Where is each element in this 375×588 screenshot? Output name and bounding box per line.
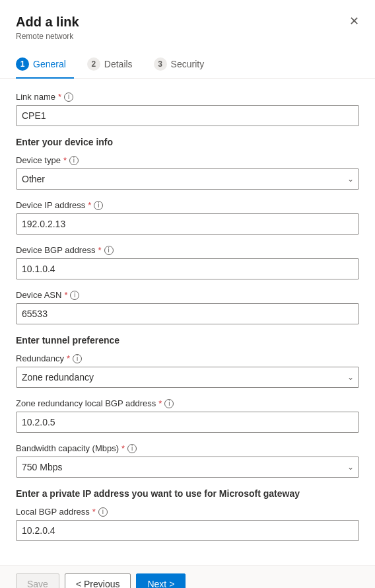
device-asn-required: *: [64, 290, 67, 300]
zone-bgp-input[interactable]: [16, 412, 359, 433]
device-type-select[interactable]: Other Cisco Palo Alto Juniper Fortinet: [16, 168, 359, 190]
tab-security[interactable]: 3 Security: [154, 52, 213, 79]
device-asn-info-icon[interactable]: i: [70, 291, 79, 300]
device-bgp-label: Device BGP address * i: [16, 245, 359, 255]
tab-security-number: 3: [154, 57, 167, 71]
device-asn-label: Device ASN * i: [16, 290, 359, 300]
close-icon: ✕: [349, 14, 359, 28]
redundancy-select-wrapper: Zone redundancy No redundancy ⌄: [16, 367, 359, 388]
local-bgp-group: Local BGP address * i: [16, 507, 359, 541]
link-name-group: Link name * i: [16, 92, 359, 126]
bandwidth-select-wrapper: 250 Mbps 500 Mbps 750 Mbps 1000 Mbps ⌄: [16, 457, 359, 478]
bandwidth-required: *: [121, 443, 125, 453]
device-bgp-group: Device BGP address * i: [16, 245, 359, 279]
tab-general-label: General: [33, 59, 66, 69]
modal-header: Add a link Remote network ✕: [0, 0, 375, 41]
tunnel-heading: Enter tunnel preference: [16, 335, 359, 346]
redundancy-select[interactable]: Zone redundancy No redundancy: [16, 367, 359, 388]
modal-title: Add a link: [16, 13, 359, 30]
bandwidth-group: Bandwidth capacity (Mbps) * i 250 Mbps 5…: [16, 443, 359, 478]
link-name-required: *: [58, 92, 61, 102]
local-bgp-label: Local BGP address * i: [16, 507, 359, 517]
device-bgp-info-icon[interactable]: i: [104, 246, 114, 255]
bandwidth-label: Bandwidth capacity (Mbps) * i: [16, 443, 359, 453]
device-bgp-required: *: [98, 245, 101, 255]
device-info-heading: Enter your device info: [16, 137, 359, 147]
add-link-modal: Add a link Remote network ✕ 1 General 2 …: [0, 0, 375, 588]
tab-bar: 1 General 2 Details 3 Security: [0, 41, 375, 79]
device-ip-info-icon[interactable]: i: [94, 201, 103, 210]
device-type-group: Device type * i Other Cisco Palo Alto Ju…: [16, 155, 359, 190]
device-type-select-wrapper: Other Cisco Palo Alto Juniper Fortinet ⌄: [16, 168, 359, 190]
tab-general-number: 1: [16, 57, 29, 71]
modal-subtitle: Remote network: [16, 32, 359, 41]
zone-bgp-info-icon[interactable]: i: [164, 399, 174, 408]
modal-body: Link name * i Enter your device info Dev…: [0, 79, 375, 565]
redundancy-required: *: [67, 353, 70, 363]
device-asn-group: Device ASN * i: [16, 290, 359, 324]
link-name-info-icon[interactable]: i: [64, 92, 73, 102]
device-type-label: Device type * i: [16, 155, 359, 165]
save-button[interactable]: Save: [16, 573, 59, 588]
gateway-heading: Enter a private IP address you want to u…: [16, 488, 359, 499]
device-ip-group: Device IP address * i: [16, 200, 359, 235]
link-name-input[interactable]: [16, 105, 359, 126]
local-bgp-input[interactable]: [16, 520, 359, 541]
redundancy-info-icon[interactable]: i: [73, 354, 82, 363]
previous-button[interactable]: < Previous: [65, 573, 131, 588]
close-button[interactable]: ✕: [345, 12, 363, 30]
next-button[interactable]: Next >: [136, 573, 186, 588]
tab-general[interactable]: 1 General: [16, 52, 74, 79]
device-type-required: *: [63, 155, 67, 165]
zone-bgp-group: Zone redundancy local BGP address * i: [16, 398, 359, 433]
zone-bgp-label: Zone redundancy local BGP address * i: [16, 398, 359, 408]
local-bgp-info-icon[interactable]: i: [98, 507, 108, 517]
redundancy-group: Redundancy * i Zone redundancy No redund…: [16, 353, 359, 388]
link-name-label: Link name * i: [16, 92, 359, 102]
local-bgp-required: *: [92, 507, 96, 517]
device-ip-required: *: [88, 200, 91, 210]
redundancy-label: Redundancy * i: [16, 353, 359, 363]
tab-details-label: Details: [104, 59, 133, 69]
device-ip-input[interactable]: [16, 213, 359, 235]
tab-details-number: 2: [87, 57, 100, 71]
bandwidth-info-icon[interactable]: i: [127, 444, 137, 453]
zone-bgp-required: *: [158, 398, 162, 408]
device-ip-label: Device IP address * i: [16, 200, 359, 210]
tab-details[interactable]: 2 Details: [87, 52, 141, 79]
device-bgp-input[interactable]: [16, 258, 359, 279]
bandwidth-select[interactable]: 250 Mbps 500 Mbps 750 Mbps 1000 Mbps: [16, 457, 359, 478]
device-type-info-icon[interactable]: i: [69, 156, 79, 165]
device-asn-input[interactable]: [16, 303, 359, 324]
tab-security-label: Security: [171, 59, 205, 69]
modal-footer: Save < Previous Next >: [0, 565, 375, 588]
